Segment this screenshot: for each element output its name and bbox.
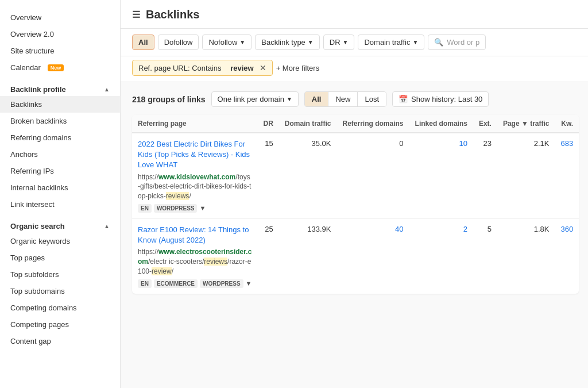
table-row: Razor E100 Review: 14 Things to Know (Au… bbox=[132, 218, 579, 293]
referring-page-cell: 2022 Best Electric Dirt Bikes For Kids (… bbox=[132, 133, 257, 218]
sidebar: Overview Overview 2.0 Site structure Cal… bbox=[0, 0, 121, 388]
filter-dofollow-button[interactable]: Dofollow bbox=[158, 34, 199, 50]
sidebar-item-backlinks[interactable]: Backlinks bbox=[0, 96, 120, 113]
dr-value: 25 bbox=[257, 218, 278, 293]
tag-en: EN bbox=[138, 279, 152, 288]
per-domain-select[interactable]: One link per domain ▼ bbox=[211, 91, 299, 107]
referring-domains-value[interactable]: 40 bbox=[337, 218, 409, 293]
page-traffic-value: 1.8K bbox=[497, 218, 555, 293]
search-icon: 🔍 bbox=[434, 38, 443, 47]
groups-count: 218 groups of links bbox=[132, 95, 206, 104]
sidebar-item-overview[interactable]: Overview bbox=[0, 9, 120, 26]
col-page-traffic[interactable]: Page ▼ traffic bbox=[497, 115, 555, 133]
search-box[interactable]: 🔍 Word or p bbox=[428, 34, 486, 50]
col-domain-traffic[interactable]: Domain traffic bbox=[279, 115, 337, 133]
main-content: ☰ Backlinks All Dofollow Nofollow ▼ Back… bbox=[121, 0, 588, 388]
ext-value: 5 bbox=[473, 218, 497, 293]
remove-filter-button[interactable]: ✕ bbox=[260, 63, 266, 72]
domain-traffic-value: 133.9K bbox=[279, 218, 337, 293]
tag-wordpress: WORDPRESS bbox=[200, 279, 243, 288]
domain-traffic-value: 35.0K bbox=[279, 133, 337, 218]
table-row: 2022 Best Electric Dirt Bikes For Kids (… bbox=[132, 133, 579, 218]
col-referring-domains[interactable]: Referring domains bbox=[337, 115, 409, 133]
new-btn[interactable]: New bbox=[328, 92, 358, 106]
sidebar-item-top-pages[interactable]: Top pages bbox=[0, 249, 120, 266]
sidebar-item-competing-domains[interactable]: Competing domains bbox=[0, 299, 120, 316]
sidebar-item-top-subdomains[interactable]: Top subdomains bbox=[0, 283, 120, 299]
page-url: https://www.kidslovewhat.com/toys-gifts/… bbox=[138, 172, 252, 201]
all-btn[interactable]: All bbox=[305, 92, 329, 106]
active-filter-bar: Ref. page URL: Contains review ✕ + More … bbox=[121, 56, 588, 82]
domain-traffic-dropdown-icon: ▼ bbox=[412, 39, 418, 45]
sidebar-item-top-subfolders[interactable]: Top subfolders bbox=[0, 266, 120, 283]
sidebar-item-referring-domains[interactable]: Referring domains bbox=[0, 129, 120, 146]
referring-domains-value: 0 bbox=[337, 133, 409, 218]
nofollow-dropdown-icon: ▼ bbox=[239, 39, 245, 45]
sidebar-item-organic-keywords[interactable]: Organic keywords bbox=[0, 233, 120, 249]
calendar-icon: 📅 bbox=[399, 95, 408, 103]
chevron-up-icon: ▲ bbox=[104, 86, 110, 93]
show-history-button[interactable]: 📅 Show history: Last 30 bbox=[392, 91, 489, 107]
sidebar-item-content-gap[interactable]: Content gap bbox=[0, 333, 120, 349]
col-dr[interactable]: DR bbox=[257, 115, 278, 133]
tag-en: EN bbox=[138, 204, 152, 213]
organic-search-section: Organic search ▲ bbox=[0, 216, 120, 233]
sidebar-item-calendar[interactable]: Calendar New bbox=[0, 59, 120, 76]
new-badge: New bbox=[48, 64, 64, 71]
sidebar-item-competing-pages[interactable]: Competing pages bbox=[0, 316, 120, 333]
filter-bar: All Dofollow Nofollow ▼ Backlink type ▼ … bbox=[121, 29, 588, 56]
sidebar-item-site-structure[interactable]: Site structure bbox=[0, 43, 120, 59]
sidebar-item-link-intersect[interactable]: Link intersect bbox=[0, 196, 120, 213]
backlink-type-dropdown-icon: ▼ bbox=[308, 39, 314, 45]
sidebar-item-broken-backlinks[interactable]: Broken backlinks bbox=[0, 113, 120, 129]
page-title: Backlinks bbox=[146, 8, 199, 21]
filter-nofollow-button[interactable]: Nofollow ▼ bbox=[202, 34, 252, 50]
sidebar-item-internal-backlinks[interactable]: Internal backlinks bbox=[0, 179, 120, 196]
col-referring-page: Referring page bbox=[132, 115, 257, 133]
ext-value: 23 bbox=[473, 133, 497, 218]
page-url: https://www.electroscooterinsider.com/el… bbox=[138, 247, 252, 276]
sidebar-item-overview2[interactable]: Overview 2.0 bbox=[0, 26, 120, 43]
tags-row: ENWORDPRESS ▼ bbox=[138, 204, 252, 213]
dr-dropdown-icon: ▼ bbox=[343, 39, 349, 45]
referring-page-cell: Razor E100 Review: 14 Things to Know (Au… bbox=[132, 218, 257, 293]
filter-dr-button[interactable]: DR ▼ bbox=[323, 34, 355, 50]
groups-bar: 218 groups of links One link per domain … bbox=[132, 91, 577, 107]
more-filters-button[interactable]: + More filters bbox=[276, 64, 320, 72]
tag-wordpress: WORDPRESS bbox=[154, 204, 198, 213]
page-traffic-value: 2.1K bbox=[497, 133, 555, 218]
dr-value: 15 bbox=[257, 133, 278, 218]
linked-domains-value[interactable]: 10 bbox=[409, 133, 473, 218]
kw-value[interactable]: 360 bbox=[555, 218, 579, 293]
filter-backlink-type-button[interactable]: Backlink type ▼ bbox=[255, 34, 320, 50]
kw-value[interactable]: 683 bbox=[555, 133, 579, 218]
tag-dropdown-icon[interactable]: ▼ bbox=[199, 205, 206, 212]
header: ☰ Backlinks bbox=[121, 0, 588, 29]
all-new-lost-group: All New Lost bbox=[304, 91, 386, 107]
tag-dropdown-icon[interactable]: ▼ bbox=[246, 280, 252, 287]
active-filter-tag: Ref. page URL: Contains review ✕ bbox=[132, 60, 273, 76]
sidebar-item-anchors[interactable]: Anchors bbox=[0, 146, 120, 163]
page-title-link[interactable]: 2022 Best Electric Dirt Bikes For Kids (… bbox=[138, 139, 252, 171]
col-ext[interactable]: Ext. bbox=[473, 115, 497, 133]
backlink-profile-section: Backlink profile ▲ bbox=[0, 79, 120, 96]
linked-domains-value[interactable]: 2 bbox=[409, 218, 473, 293]
hamburger-icon[interactable]: ☰ bbox=[132, 9, 140, 20]
lost-btn[interactable]: Lost bbox=[358, 92, 386, 106]
tag-ecommerce: ECOMMERCE bbox=[154, 279, 198, 288]
tags-row: ENECOMMERCEWORDPRESS ▼ bbox=[138, 279, 252, 288]
per-domain-dropdown-icon: ▼ bbox=[287, 96, 292, 102]
content-area: 218 groups of links One link per domain … bbox=[121, 82, 588, 388]
backlinks-table: Referring page DR Domain traffic Referri… bbox=[132, 115, 579, 294]
col-linked-domains[interactable]: Linked domains bbox=[409, 115, 473, 133]
filter-all-button[interactable]: All bbox=[132, 34, 154, 50]
page-title-link[interactable]: Razor E100 Review: 14 Things to Know (Au… bbox=[138, 225, 252, 245]
sidebar-item-referring-ips[interactable]: Referring IPs bbox=[0, 163, 120, 179]
col-kw[interactable]: Kw. bbox=[555, 115, 579, 133]
chevron-up-icon-organic: ▲ bbox=[104, 223, 110, 229]
filter-domain-traffic-button[interactable]: Domain traffic ▼ bbox=[358, 34, 424, 50]
